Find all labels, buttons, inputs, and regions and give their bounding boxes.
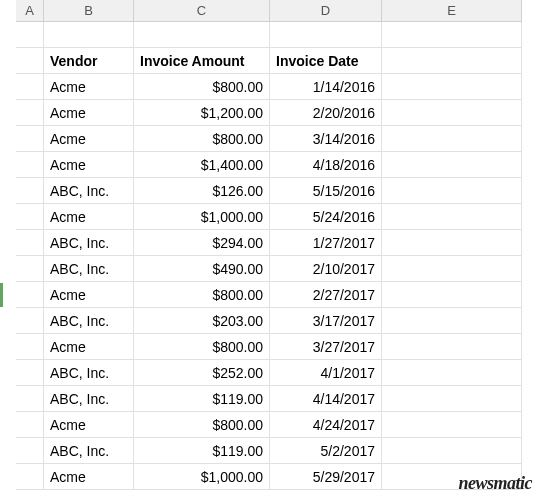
- cell-date[interactable]: 5/29/2017: [270, 464, 382, 490]
- cell-amount[interactable]: $800.00: [134, 334, 270, 360]
- cell-vendor[interactable]: ABC, Inc.: [44, 230, 134, 256]
- header-amount[interactable]: Invoice Amount: [134, 48, 270, 74]
- col-header-A[interactable]: A: [16, 0, 44, 22]
- cell-date[interactable]: 4/1/2017: [270, 360, 382, 386]
- cell-amount[interactable]: $252.00: [134, 360, 270, 386]
- table-row: ABC, Inc.$294.001/27/2017: [16, 230, 540, 256]
- cell[interactable]: [382, 100, 522, 126]
- cell[interactable]: [44, 22, 134, 48]
- cell[interactable]: [382, 22, 522, 48]
- cell[interactable]: [382, 256, 522, 282]
- cell[interactable]: [382, 178, 522, 204]
- cell-amount[interactable]: $1,000.00: [134, 464, 270, 490]
- cell[interactable]: [382, 282, 522, 308]
- cell-vendor[interactable]: Acme: [44, 74, 134, 100]
- cell-date[interactable]: 5/24/2016: [270, 204, 382, 230]
- cell[interactable]: [16, 386, 44, 412]
- cell-amount[interactable]: $800.00: [134, 282, 270, 308]
- cell-vendor[interactable]: ABC, Inc.: [44, 360, 134, 386]
- cell-date[interactable]: 3/14/2016: [270, 126, 382, 152]
- cell-vendor[interactable]: Acme: [44, 282, 134, 308]
- cell-vendor[interactable]: ABC, Inc.: [44, 178, 134, 204]
- cell-date[interactable]: 4/18/2016: [270, 152, 382, 178]
- cell-amount[interactable]: $203.00: [134, 308, 270, 334]
- cell-date[interactable]: 4/24/2017: [270, 412, 382, 438]
- cell-vendor[interactable]: Acme: [44, 464, 134, 490]
- cell[interactable]: [382, 360, 522, 386]
- cell[interactable]: [382, 230, 522, 256]
- cell-vendor[interactable]: Acme: [44, 204, 134, 230]
- header-vendor[interactable]: Vendor: [44, 48, 134, 74]
- cell-date[interactable]: 5/15/2016: [270, 178, 382, 204]
- table-row: ABC, Inc.$252.004/1/2017: [16, 360, 540, 386]
- cell-date[interactable]: 3/27/2017: [270, 334, 382, 360]
- cell[interactable]: [16, 100, 44, 126]
- cell[interactable]: [134, 22, 270, 48]
- cell-amount[interactable]: $1,200.00: [134, 100, 270, 126]
- cell[interactable]: [16, 308, 44, 334]
- cell[interactable]: [382, 48, 522, 74]
- cell-amount[interactable]: $126.00: [134, 178, 270, 204]
- cell-amount[interactable]: $1,000.00: [134, 204, 270, 230]
- cell-date[interactable]: 2/20/2016: [270, 100, 382, 126]
- cell[interactable]: [16, 282, 44, 308]
- cell-amount[interactable]: $800.00: [134, 412, 270, 438]
- cell-amount[interactable]: $294.00: [134, 230, 270, 256]
- cell-amount[interactable]: $800.00: [134, 74, 270, 100]
- watermark: newsmatic: [458, 473, 532, 494]
- cell-vendor[interactable]: Acme: [44, 126, 134, 152]
- cell[interactable]: [382, 152, 522, 178]
- cell[interactable]: [16, 334, 44, 360]
- cell[interactable]: [270, 22, 382, 48]
- cell[interactable]: [16, 256, 44, 282]
- cell-vendor[interactable]: ABC, Inc.: [44, 438, 134, 464]
- table-row: ABC, Inc.$119.004/14/2017: [16, 386, 540, 412]
- empty-row: [16, 22, 540, 48]
- cell[interactable]: [16, 126, 44, 152]
- cell-date[interactable]: 3/17/2017: [270, 308, 382, 334]
- cell[interactable]: [382, 334, 522, 360]
- cell[interactable]: [16, 204, 44, 230]
- cell-vendor[interactable]: Acme: [44, 334, 134, 360]
- cell-date[interactable]: 5/2/2017: [270, 438, 382, 464]
- cell-amount[interactable]: $119.00: [134, 438, 270, 464]
- cell-amount[interactable]: $1,400.00: [134, 152, 270, 178]
- cell-date[interactable]: 1/14/2016: [270, 74, 382, 100]
- cell-vendor[interactable]: ABC, Inc.: [44, 308, 134, 334]
- cell[interactable]: [16, 22, 44, 48]
- cell[interactable]: [382, 126, 522, 152]
- cell-vendor[interactable]: ABC, Inc.: [44, 386, 134, 412]
- cell[interactable]: [16, 438, 44, 464]
- cell[interactable]: [16, 74, 44, 100]
- cell[interactable]: [382, 204, 522, 230]
- cell-vendor[interactable]: Acme: [44, 412, 134, 438]
- cell[interactable]: [16, 48, 44, 74]
- cell-amount[interactable]: $490.00: [134, 256, 270, 282]
- cell[interactable]: [382, 438, 522, 464]
- header-date[interactable]: Invoice Date: [270, 48, 382, 74]
- cell-date[interactable]: 2/27/2017: [270, 282, 382, 308]
- col-header-E[interactable]: E: [382, 0, 522, 22]
- col-header-D[interactable]: D: [270, 0, 382, 22]
- cell-vendor[interactable]: Acme: [44, 152, 134, 178]
- cell-date[interactable]: 1/27/2017: [270, 230, 382, 256]
- cell-amount[interactable]: $119.00: [134, 386, 270, 412]
- cell-date[interactable]: 2/10/2017: [270, 256, 382, 282]
- cell[interactable]: [382, 74, 522, 100]
- cell[interactable]: [382, 308, 522, 334]
- cell[interactable]: [382, 386, 522, 412]
- cell[interactable]: [16, 464, 44, 490]
- cell-vendor[interactable]: Acme: [44, 100, 134, 126]
- cell[interactable]: [16, 412, 44, 438]
- cell-date[interactable]: 4/14/2017: [270, 386, 382, 412]
- col-header-B[interactable]: B: [44, 0, 134, 22]
- cell[interactable]: [16, 360, 44, 386]
- col-header-C[interactable]: C: [134, 0, 270, 22]
- column-headers: A B C D E: [16, 0, 540, 22]
- cell-vendor[interactable]: ABC, Inc.: [44, 256, 134, 282]
- cell[interactable]: [16, 178, 44, 204]
- cell[interactable]: [382, 412, 522, 438]
- cell-amount[interactable]: $800.00: [134, 126, 270, 152]
- cell[interactable]: [16, 230, 44, 256]
- cell[interactable]: [16, 152, 44, 178]
